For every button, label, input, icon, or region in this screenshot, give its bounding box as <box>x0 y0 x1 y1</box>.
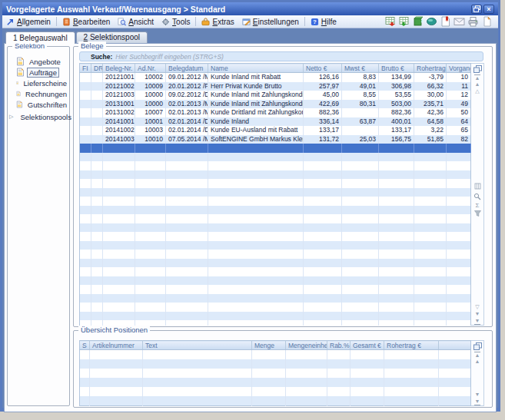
cell[interactable]: 20121003 <box>103 91 135 100</box>
scroll-last-button[interactable]: ▼ <box>471 399 483 405</box>
cell[interactable] <box>80 117 91 127</box>
cell[interactable] <box>91 108 103 117</box>
cell[interactable]: 257,97 <box>304 82 342 91</box>
col-name[interactable]: Name <box>208 64 304 73</box>
cell[interactable] <box>379 144 414 153</box>
cell[interactable]: 63,87 <box>342 117 379 127</box>
col-mwst[interactable]: Mwst € <box>342 64 379 73</box>
cell[interactable]: 80,31 <box>342 100 379 109</box>
cell[interactable]: 45,00 <box>304 91 342 100</box>
cell[interactable] <box>166 144 208 153</box>
cell[interactable]: 10 <box>447 73 471 82</box>
sidebar-item-rechnungen[interactable]: Rechnungen <box>8 88 69 99</box>
belege-row[interactable]: 201210021000920.01.2012 /FrHerr Privat K… <box>80 82 471 91</box>
belege-row[interactable]: 201210011000209.01.2012 /MoKunde Inland … <box>80 73 471 82</box>
cell[interactable]: 50 <box>447 108 471 117</box>
cell[interactable]: Kunde Inland mit Rabatt <box>208 73 304 82</box>
cell[interactable]: 422,69 <box>304 100 342 109</box>
belege-row[interactable]: 201210031000009.02.2012 /DoKunde Inland … <box>80 91 471 100</box>
scroll-last-button[interactable]: ▼ <box>471 318 483 325</box>
col-rab[interactable]: Rab.% <box>327 341 351 350</box>
scroll-up-button[interactable]: △ <box>471 88 483 95</box>
restore-button[interactable] <box>471 5 482 14</box>
cell[interactable]: 8,55 <box>342 91 379 100</box>
belege-row[interactable]: 201310021000702.01.2013 /MiKunde Drittla… <box>80 108 471 117</box>
cell[interactable] <box>342 126 379 135</box>
cell[interactable]: 133,17 <box>304 126 342 135</box>
cell[interactable]: Kunde Inland mit Zahlungskondition <box>208 91 304 100</box>
table-import-icon[interactable] <box>398 16 410 27</box>
col-dr[interactable]: DR <box>91 64 103 73</box>
package-refresh-icon[interactable] <box>412 16 424 27</box>
table-export-icon[interactable] <box>384 16 396 27</box>
cell[interactable]: Kunde Inland <box>208 117 304 127</box>
menu-allgemein[interactable]: Allgemein <box>2 15 55 28</box>
cell[interactable] <box>91 73 103 82</box>
cell[interactable]: Kunde Drittland mit Zahlungskondition <box>208 108 304 117</box>
cell[interactable]: 126,16 <box>304 73 342 82</box>
close-button[interactable]: × <box>483 5 494 14</box>
cell[interactable] <box>80 108 91 117</box>
cell[interactable]: 20141002 <box>103 126 135 135</box>
cell[interactable]: 20131001 <box>103 100 135 109</box>
cell[interactable]: 49 <box>447 100 471 109</box>
tab-belegauswahl[interactable]: 1 Belegauswahl <box>5 31 75 44</box>
cell[interactable]: 02.01.2013 /Mi <box>166 108 208 117</box>
cell[interactable]: 12 <box>447 91 471 100</box>
scroll-page-up-button[interactable]: ▲ <box>471 81 483 88</box>
cell[interactable]: 64,58 <box>414 117 447 127</box>
col-belegdatum[interactable]: Belegdatum <box>166 64 208 73</box>
document-bookmark-icon[interactable] <box>440 16 451 27</box>
cell[interactable] <box>135 144 166 153</box>
cell[interactable]: 82 <box>447 135 471 144</box>
cell[interactable]: 09.01.2012 /Mo <box>166 73 208 82</box>
menu-einstellungen[interactable]: Einstellungen <box>238 15 303 28</box>
belege-row[interactable]: 201410011000102.01.2014 /DoKunde Inland3… <box>80 117 471 127</box>
col-menge[interactable]: Menge <box>252 341 286 350</box>
cell[interactable]: 503,00 <box>379 100 414 109</box>
cell[interactable]: -3,79 <box>414 73 447 82</box>
cell[interactable]: 20.01.2012 /Fr <box>166 82 208 91</box>
cell[interactable]: 66,32 <box>414 82 447 91</box>
globe-icon[interactable] <box>426 16 437 27</box>
cell[interactable]: 02.01.2013 /Mi <box>166 100 208 109</box>
copy-grid-icon[interactable] <box>473 65 482 73</box>
cell[interactable]: 10010 <box>135 135 166 144</box>
cell[interactable]: 235,71 <box>414 100 447 109</box>
cell[interactable] <box>91 91 103 100</box>
cell[interactable] <box>208 144 304 153</box>
cell[interactable] <box>103 144 135 153</box>
cell[interactable] <box>91 82 103 91</box>
new-document-icon[interactable] <box>481 16 493 27</box>
col-pos-rohertrag[interactable]: Rohertrag € <box>384 341 439 350</box>
cell[interactable]: Herr Privat Kunde Brutto <box>208 82 304 91</box>
selected-row[interactable] <box>80 144 471 153</box>
cell[interactable]: 20141003 <box>103 135 135 144</box>
col-artikelnummer[interactable]: Artikelnummer <box>90 341 143 350</box>
cell[interactable] <box>91 135 103 144</box>
cell[interactable]: 10000 <box>135 91 166 100</box>
cell[interactable]: 64 <box>447 117 471 127</box>
cell[interactable] <box>91 126 103 135</box>
sum-icon[interactable]: Σ <box>476 202 480 209</box>
cell[interactable] <box>80 82 91 91</box>
sidebar-item-auftrge[interactable]: Aufträge <box>8 67 69 78</box>
cell[interactable]: 10009 <box>135 82 166 91</box>
cell[interactable]: 20131002 <box>103 108 135 117</box>
filter-icon[interactable] <box>474 210 481 217</box>
cell[interactable]: Kunde Inland mit Zahlungskondition <box>208 100 304 109</box>
cell[interactable]: 49,01 <box>342 82 379 91</box>
cell[interactable]: 156,75 <box>379 135 414 144</box>
col-brutto[interactable]: Brutto € <box>379 64 414 73</box>
cell[interactable]: 336,14 <box>304 117 342 127</box>
cell[interactable]: 11 <box>447 82 471 91</box>
scroll-down-button[interactable]: ▽ <box>471 304 483 311</box>
search-grid-icon[interactable] <box>473 193 481 200</box>
cell[interactable] <box>91 100 103 109</box>
cell[interactable]: 10007 <box>135 108 166 117</box>
cell[interactable] <box>80 126 91 135</box>
sidebar-item-angebote[interactable]: Angebote <box>8 56 69 67</box>
cell[interactable] <box>304 144 342 153</box>
cell[interactable] <box>342 108 379 117</box>
menu-hilfe[interactable]: ? Hilfe <box>307 15 341 28</box>
